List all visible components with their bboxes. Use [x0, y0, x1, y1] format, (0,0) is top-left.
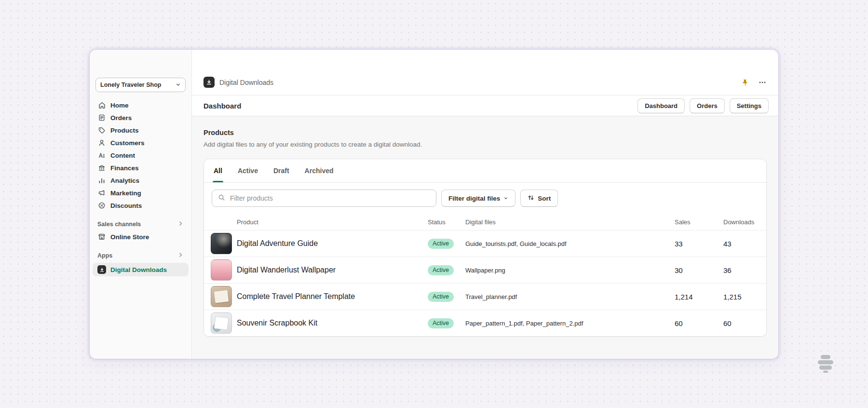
nav-label: Online Store: [110, 233, 149, 241]
chevron-down-icon: [176, 81, 181, 89]
filter-bar: Filter digital files Sort: [204, 183, 766, 214]
tab-all[interactable]: All: [213, 159, 223, 182]
product-thumbnail: [211, 233, 232, 254]
store-selector[interactable]: Lonely Traveler Shop: [95, 78, 186, 92]
nav-label: Home: [110, 102, 129, 109]
nav-label: Orders: [110, 114, 132, 122]
table-row[interactable]: Digital Adventure Guide Active Guide_tou…: [204, 230, 766, 257]
downloads-cell: 1,215: [723, 293, 766, 301]
primary-nav: Home Orders Products Customers Content F…: [90, 99, 191, 212]
product-cell: Souvenir Scrapbook Kit: [204, 313, 428, 334]
breadcrumb: Digital Downloads: [203, 77, 273, 88]
downloads-cell: 43: [723, 240, 766, 248]
sales-channels-header[interactable]: Sales channels: [93, 218, 189, 231]
table-row[interactable]: Souvenir Scrapbook Kit Active Paper_patt…: [204, 310, 766, 336]
online-store-icon: [97, 233, 106, 241]
nav-label: Digital Downloads: [110, 266, 167, 273]
nav-item-orders[interactable]: Orders: [93, 111, 189, 124]
app-nav-buttons: Dashboard Orders Settings: [637, 98, 769, 113]
status-badge: Active: [428, 318, 454, 328]
products-card: All Active Draft Archived Filter digital…: [203, 159, 767, 337]
app-header: Digital Downloads: [192, 50, 778, 95]
products-icon: [97, 126, 106, 134]
column-product: Product: [204, 218, 428, 226]
nav-item-discounts[interactable]: Discounts: [93, 199, 189, 212]
table-row[interactable]: Digital Wanderlust Wallpaper Active Wall…: [204, 257, 766, 283]
status-cell: Active: [428, 265, 465, 275]
column-status: Status: [428, 218, 465, 226]
tab-archived[interactable]: Archived: [304, 159, 335, 182]
products-section-description: Add digital files to any of your existin…: [203, 141, 767, 148]
status-badge: Active: [428, 265, 454, 275]
product-cell: Digital Wanderlust Wallpaper: [204, 259, 428, 281]
pin-icon[interactable]: [740, 78, 750, 88]
status-cell: Active: [428, 292, 465, 302]
chevron-right-icon: [177, 220, 184, 228]
chevron-right-icon: [177, 252, 184, 259]
filter-digital-files-button[interactable]: Filter digital files: [441, 190, 515, 207]
apps-header[interactable]: Apps: [93, 249, 189, 262]
table-row[interactable]: Complete Travel Planner Template Active …: [204, 283, 766, 310]
products-table: Product Status Digital files Sales Downl…: [204, 214, 766, 336]
product-cell: Digital Adventure Guide: [204, 233, 428, 254]
orders-button[interactable]: Orders: [690, 98, 725, 113]
column-downloads: Downloads: [723, 218, 766, 226]
search-products-field: [212, 190, 436, 207]
main-area: Digital Downloads Dashboard Dashboard Or…: [192, 50, 778, 359]
product-cell: Complete Travel Planner Template: [204, 286, 428, 307]
product-thumbnail: [211, 313, 232, 334]
more-options-icon[interactable]: [757, 77, 768, 88]
column-sales: Sales: [675, 218, 723, 226]
sales-cell: 30: [675, 266, 723, 274]
nav-label: Products: [110, 127, 139, 134]
sales-cell: 1,214: [675, 293, 723, 301]
app-title: Digital Downloads: [219, 79, 273, 86]
nav-item-finances[interactable]: Finances: [93, 162, 189, 174]
sidebar: Lonely Traveler Shop Home Orders Product…: [90, 50, 192, 359]
files-cell: Paper_pattern_1.pdf, Paper_pattern_2.pdf: [465, 320, 675, 327]
content-icon: [97, 151, 106, 159]
dashboard-button[interactable]: Dashboard: [637, 98, 685, 113]
sort-label: Sort: [538, 195, 551, 202]
nav-item-digital-downloads[interactable]: Digital Downloads: [93, 263, 189, 276]
files-cell: Wallpaper.png: [465, 267, 675, 274]
nav-label: Finances: [110, 164, 139, 172]
section-label: Apps: [97, 252, 112, 259]
sort-icon: [528, 194, 534, 203]
nav-label: Analytics: [110, 177, 139, 184]
nav-item-products[interactable]: Products: [93, 124, 189, 136]
finances-icon: [97, 164, 106, 172]
settings-button[interactable]: Settings: [730, 98, 769, 113]
column-digital-files: Digital files: [465, 218, 675, 226]
header-actions: [740, 77, 768, 88]
digital-downloads-app-icon: [203, 77, 215, 88]
nav-item-content[interactable]: Content: [93, 149, 189, 162]
downloads-cell: 36: [723, 266, 766, 274]
content-area: Products Add digital files to any of you…: [192, 116, 778, 359]
nav-label: Customers: [110, 139, 145, 147]
nav-item-marketing[interactable]: Marketing: [93, 187, 189, 199]
nav-label: Marketing: [110, 190, 141, 197]
nav-item-online-store[interactable]: Online Store: [93, 231, 189, 243]
files-cell: Travel_planner.pdf: [465, 293, 675, 300]
filter-digital-files-label: Filter digital files: [448, 195, 500, 202]
product-thumbnail: [211, 259, 232, 281]
nav-label: Discounts: [110, 202, 142, 209]
discounts-icon: [97, 202, 106, 209]
tab-draft[interactable]: Draft: [272, 159, 290, 182]
tab-active[interactable]: Active: [237, 159, 259, 182]
analytics-icon: [97, 177, 106, 184]
nav-item-analytics[interactable]: Analytics: [93, 174, 189, 187]
product-name: Digital Adventure Guide: [237, 239, 318, 248]
customers-icon: [97, 139, 106, 147]
orders-icon: [97, 114, 106, 122]
status-badge: Active: [428, 239, 454, 249]
filter-products-input[interactable]: [229, 194, 430, 203]
downloads-cell: 60: [723, 319, 766, 327]
nav-item-customers[interactable]: Customers: [93, 136, 189, 149]
app-toolbar: Dashboard Dashboard Orders Settings: [192, 95, 778, 116]
nav-item-home[interactable]: Home: [93, 99, 189, 111]
beehive-logo: [814, 352, 837, 375]
product-name: Souvenir Scrapbook Kit: [237, 319, 317, 327]
sort-button[interactable]: Sort: [520, 190, 558, 207]
